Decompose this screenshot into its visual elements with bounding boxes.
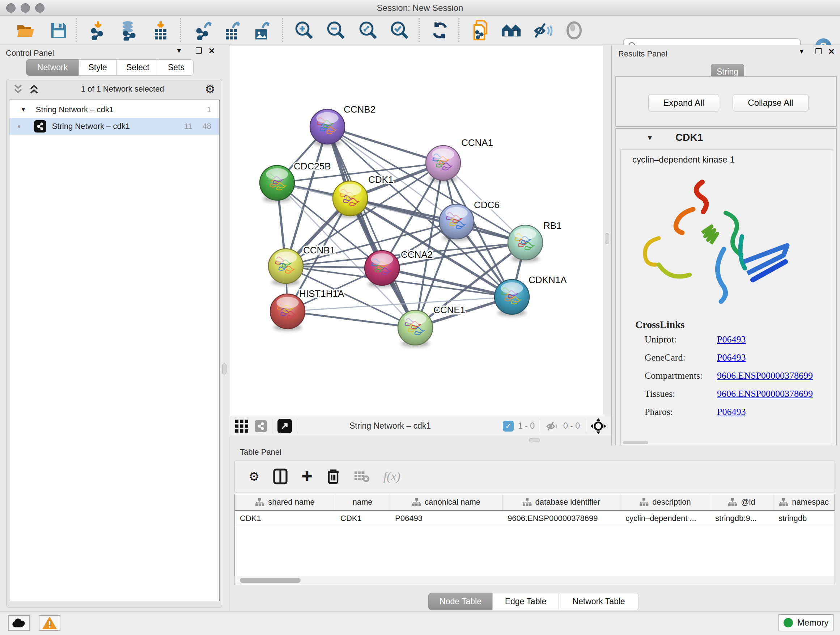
table-toolbar: ⚙ ✚ f(x) <box>234 461 835 492</box>
tab-node-table[interactable]: Node Table <box>428 593 493 610</box>
network-node[interactable]: CDK1 <box>333 174 393 218</box>
tab-edge-table[interactable]: Edge Table <box>493 593 559 610</box>
network-canvas[interactable]: CCNB2CCNA1CDC25BCDK1CDC6RB1CCNB1CCNA2CDK… <box>230 46 603 416</box>
crosslink-link[interactable]: 9606.ENSP00000378699 <box>717 371 813 381</box>
table-cell[interactable]: stringdb <box>774 511 835 526</box>
clone-network-button[interactable] <box>471 20 491 41</box>
column-header-shared-name[interactable]: shared name <box>235 494 335 510</box>
function-builder-icon: f(x) <box>384 470 401 483</box>
crosslink-link[interactable]: P06493 <box>717 352 745 363</box>
add-column-icon[interactable]: ✚ <box>302 469 312 484</box>
column-header--id[interactable]: @id <box>710 494 774 510</box>
show-columns-icon[interactable] <box>273 469 287 485</box>
control-panel-maximize-button[interactable]: ❐ <box>195 46 202 56</box>
network-row-selected[interactable]: ● String Network – cdk1 11 48 <box>9 118 219 135</box>
table-cell[interactable]: cyclin–dependent ... <box>621 511 710 526</box>
column-header-database-identifier[interactable]: database identifier <box>502 494 621 510</box>
network-node[interactable]: HIST1H1A <box>270 288 344 331</box>
crosslink-row: Pharos:P06493 <box>645 407 826 417</box>
import-network-database-button[interactable] <box>119 20 139 41</box>
tab-network[interactable]: Network <box>26 59 79 76</box>
tab-network-table[interactable]: Network Table <box>559 593 639 610</box>
expand-all-networks-icon[interactable] <box>28 84 40 95</box>
tab-select[interactable]: Select <box>117 59 159 76</box>
memory-button[interactable]: Memory <box>778 614 834 631</box>
network-options-gear-icon[interactable]: ⚙ <box>205 82 215 96</box>
table-cell[interactable]: stringdb:9... <box>710 511 774 526</box>
collapse-all-networks-icon[interactable] <box>12 84 24 95</box>
entry-hscroll-thumb[interactable] <box>623 441 648 444</box>
tab-sets[interactable]: Sets <box>159 59 194 76</box>
control-panel-float-button[interactable]: ▼ <box>176 47 182 55</box>
zoom-selected-icon <box>390 21 409 40</box>
results-panel-maximize-button[interactable]: ❐ <box>815 47 822 57</box>
network-right-splitter-grip[interactable] <box>605 233 609 244</box>
results-panel-float-button[interactable]: ▼ <box>798 48 805 55</box>
table-cell[interactable]: P06493 <box>390 511 502 526</box>
network-type-icon <box>34 120 46 133</box>
crosslink-row: GeneCard:P06493 <box>645 352 826 363</box>
collapse-all-button[interactable]: Collapse All <box>733 94 808 111</box>
birds-eye-view-icon[interactable] <box>234 419 249 433</box>
network-node[interactable]: RB1 <box>508 220 562 262</box>
table-cell[interactable]: CDK1 <box>235 511 335 526</box>
table-gear-icon[interactable]: ⚙ <box>248 469 259 484</box>
table-splitter-grip[interactable] <box>529 438 540 442</box>
toolbar-separator <box>418 18 420 42</box>
eye-slash-icon <box>532 21 553 40</box>
crosslink-link[interactable]: 9606.ENSP00000378699 <box>717 388 813 399</box>
import-network-file-button[interactable] <box>88 20 108 41</box>
table-hscroll-thumb[interactable] <box>240 578 301 583</box>
table-cell[interactable]: CDK1 <box>335 511 390 526</box>
export-network-button[interactable] <box>193 20 213 41</box>
column-header-namespac[interactable]: namespac <box>774 494 835 510</box>
crosslink-link[interactable]: P06493 <box>717 407 745 417</box>
network-node-label: CCNB2 <box>344 104 376 115</box>
zoom-in-button[interactable] <box>294 20 314 41</box>
crosslink-link[interactable]: P06493 <box>717 334 745 345</box>
show-all-nodes-button[interactable] <box>501 20 521 41</box>
control-panel-close-button[interactable]: ✕ <box>208 46 215 56</box>
table-row[interactable]: CDK1CDK1P064939606.ENSP00000378699cyclin… <box>235 511 835 526</box>
open-session-button[interactable] <box>16 20 36 41</box>
tab-style[interactable]: Style <box>79 59 117 76</box>
zoom-out-button[interactable] <box>326 20 346 41</box>
open-folder-icon <box>17 22 35 38</box>
network-node[interactable]: CCNA1 <box>426 137 493 182</box>
zoom-selected-button[interactable] <box>390 20 410 41</box>
window-title: Session: New Session <box>0 3 840 13</box>
network-node[interactable]: CDC25B <box>260 161 331 203</box>
column-header-name[interactable]: name <box>335 494 390 510</box>
apply-layout-button[interactable] <box>430 20 450 41</box>
export-view-icon[interactable] <box>278 419 292 433</box>
control-panel: Control Panel ▼ ❐ ✕ NetworkStyleSelectSe… <box>0 45 229 611</box>
network-collection-row[interactable]: ▼ String Network – cdk1 1 <box>9 101 219 118</box>
results-panel-close-button[interactable]: ✕ <box>828 47 835 57</box>
cloud-button[interactable] <box>8 615 30 631</box>
warning-button[interactable] <box>39 615 60 631</box>
control-panel-splitter-grip[interactable] <box>222 363 226 374</box>
entry-expander-icon[interactable]: ▼ <box>646 134 653 142</box>
show-hidden-button[interactable] <box>564 20 584 41</box>
network-node[interactable]: CDKN1A <box>494 274 567 317</box>
export-table-button[interactable] <box>221 20 242 41</box>
column-header-description[interactable]: description <box>621 494 710 510</box>
table-hscrollbar[interactable] <box>234 576 834 584</box>
network-edge[interactable] <box>287 311 415 328</box>
navigate-crosshair-icon[interactable] <box>591 418 606 434</box>
zoom-fit-button[interactable] <box>358 20 378 41</box>
network-edge[interactable] <box>327 127 443 163</box>
hide-selected-button[interactable] <box>532 20 553 41</box>
selected-checkbox-icon[interactable]: ✓ <box>503 421 514 432</box>
memory-status-dot <box>783 618 793 627</box>
import-table-button[interactable] <box>150 20 171 41</box>
tree-expander-icon[interactable]: ▼ <box>20 106 27 113</box>
column-header-canonical-name[interactable]: canonical name <box>390 494 502 510</box>
export-network-icon <box>194 21 213 40</box>
expand-all-button[interactable]: Expand All <box>648 94 719 111</box>
table-cell[interactable]: 9606.ENSP00000378699 <box>502 511 621 526</box>
export-image-button[interactable] <box>251 20 271 41</box>
delete-column-icon[interactable] <box>326 469 340 485</box>
save-session-button[interactable] <box>49 20 69 41</box>
selected-node-edge-counts: 1 - 0 <box>518 421 535 431</box>
